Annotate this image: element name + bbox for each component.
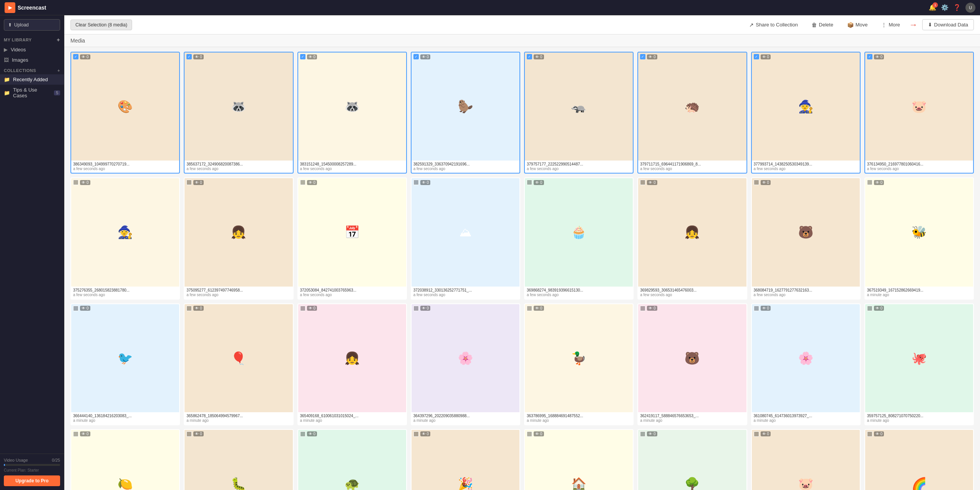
item-checkbox[interactable]	[754, 306, 759, 311]
media-item[interactable]: 👁 0 🎈 365862478_185064994579967... a min…	[184, 303, 293, 425]
topbar: ▶ Screencast 🔔 1 ⚙️ ❓ U	[0, 0, 980, 15]
item-checkbox[interactable]	[754, 180, 759, 185]
item-checkbox[interactable]	[73, 180, 78, 185]
media-item[interactable]: 👁 0 🐙 359757125_808271070750220... a min…	[864, 303, 974, 425]
media-item[interactable]: 👁 0 🧙 375276355_268015823881780... a few…	[70, 177, 180, 299]
item-checkbox[interactable]	[640, 54, 645, 59]
media-item[interactable]: 👁 0 ⛰ 372038912_330136252771751_... a fe…	[411, 177, 520, 299]
media-item[interactable]: 👁 0 🌸 364397296_202209035880988... a min…	[411, 303, 520, 425]
clear-selection-button[interactable]: Clear Selection (8 media)	[70, 20, 132, 30]
item-checkbox[interactable]	[300, 306, 305, 311]
media-item[interactable]: 👁 0 🦫 382591329_336370942191696... a few…	[411, 52, 520, 174]
item-checkbox[interactable]	[867, 54, 872, 59]
item-filename: 375276355_268015823881780...	[73, 288, 177, 292]
item-checkbox[interactable]	[527, 180, 532, 185]
item-view-count: 0	[200, 55, 202, 59]
item-checkbox[interactable]	[413, 306, 419, 311]
item-checkbox[interactable]	[300, 180, 305, 185]
item-checkbox[interactable]	[186, 306, 192, 311]
item-view-count: 0	[314, 55, 316, 59]
media-item[interactable]: 👁 0 🍋 358021909_268676699102835... a min…	[70, 429, 180, 490]
my-library-add-icon[interactable]: +	[57, 37, 60, 43]
item-checkbox[interactable]	[754, 54, 759, 59]
item-checkbox[interactable]	[527, 54, 532, 59]
eye-icon: 👁	[762, 432, 766, 436]
media-item[interactable]: 👁 0 🎉 348269120_103110552121002 6... a m…	[411, 429, 520, 490]
item-checkbox[interactable]	[640, 306, 645, 311]
item-checkbox[interactable]	[867, 180, 872, 185]
eye-icon: 👁	[762, 55, 766, 59]
media-item[interactable]: 👁 0 👧 369829593_306531465476003... a few…	[637, 177, 747, 299]
upgrade-button[interactable]: Upgrade to Pro	[4, 475, 60, 486]
item-meta: 👁 0	[80, 54, 90, 59]
item-checkbox[interactable]	[186, 180, 192, 185]
avatar[interactable]: U	[965, 3, 975, 13]
media-item[interactable]: 👁 0 🌳 347328847_224557273643491... a min…	[637, 429, 747, 490]
item-checkbox[interactable]	[867, 306, 872, 311]
item-checkbox[interactable]	[640, 180, 645, 185]
media-item[interactable]: 👁 0 🐢 352543688_208230115453052... a min…	[297, 429, 407, 490]
upload-button[interactable]: ⬆ Upload	[4, 19, 60, 31]
media-item[interactable]: 👁 0 🐷 346046327_945511596652644... a min…	[751, 429, 861, 490]
media-item[interactable]: 👁 0 🧙 377993714_1438250530349139... a fe…	[751, 52, 861, 174]
media-item[interactable]: 👁 0 🦝 383151248_154500008257289... a few…	[297, 52, 407, 174]
item-checkbox[interactable]	[640, 431, 645, 437]
delete-button[interactable]: 🗑 Delete	[807, 20, 838, 30]
collections-add-icon[interactable]: +	[57, 68, 60, 73]
item-filename: 386349093_104999770270719...	[73, 162, 177, 166]
item-checkbox[interactable]	[300, 54, 305, 59]
item-checkbox[interactable]	[527, 306, 532, 311]
media-item[interactable]: 👁 0 🐻 362419117_588846576653653_... a mi…	[637, 303, 747, 425]
item-checkbox[interactable]	[300, 431, 305, 437]
item-checkbox[interactable]	[73, 306, 78, 311]
media-item[interactable]: 👁 0 🐷 376134950_216977801060416... a few…	[864, 52, 974, 174]
item-overlay: 👁 0	[412, 178, 519, 187]
item-checkbox[interactable]	[754, 431, 759, 437]
notification-icon[interactable]: 🔔 1	[929, 4, 936, 11]
move-label: Move	[856, 22, 868, 28]
media-item[interactable]: 👁 0 🐦 366444140_136184216203083_... a mi…	[70, 303, 180, 425]
sidebar-item-recently-added[interactable]: 📁 Recently Added	[0, 74, 64, 85]
more-icon: ⋮	[881, 22, 887, 28]
item-view-count: 0	[200, 432, 202, 436]
media-item[interactable]: 👁 0 🦡 379757177_222522990514487... a few…	[524, 52, 634, 174]
item-checkbox[interactable]	[73, 431, 78, 437]
media-item[interactable]: 👁 0 🐝 367519349_167152862669419... a min…	[864, 177, 974, 299]
item-info: 375095277_612397497746958... a few secon…	[185, 287, 292, 299]
media-item[interactable]: 👁 0 🎨 386349093_104999770270719... a few…	[70, 52, 180, 174]
item-checkbox[interactable]	[186, 431, 192, 437]
item-checkbox[interactable]	[413, 431, 419, 437]
media-thumbnail: 👁 0 🌸	[412, 304, 519, 412]
sidebar-item-images[interactable]: 🖼 Images	[0, 55, 64, 65]
media-item[interactable]: 👁 0 🐛 357188044_220463099972759... a min…	[184, 429, 293, 490]
item-checkbox[interactable]	[186, 54, 192, 59]
media-item[interactable]: 👁 0 🐻 368084719_1627791277632163... a fe…	[751, 177, 861, 299]
media-item[interactable]: 👁 0 👧 365409168_610061031015024_... a mi…	[297, 303, 407, 425]
media-item[interactable]: 👁 0 🌸 361080745_614736013973927_... a mi…	[751, 303, 861, 425]
item-overlay: 👁 0	[412, 304, 519, 313]
item-checkbox[interactable]	[73, 54, 78, 59]
media-item[interactable]: 👁 0 🌈 345471816_795869058408885... a min…	[864, 429, 974, 490]
media-item[interactable]: 👁 0 📅 372053084_842741003765963... a few…	[297, 177, 407, 299]
item-view-count: 0	[767, 180, 769, 185]
media-item[interactable]: 👁 0 🦔 379711715_696441171906869_8... a f…	[637, 52, 747, 174]
more-button[interactable]: ⋮ More	[877, 20, 905, 30]
download-data-button[interactable]: ⬇ Download Data	[922, 19, 974, 30]
media-item[interactable]: 👁 0 🏠 350466350_670186414920608... a min…	[524, 429, 634, 490]
media-item[interactable]: 👁 0 🦆 363786995_168884691487552... a min…	[524, 303, 634, 425]
media-item[interactable]: 👁 0 👧 375095277_612397497746958... a few…	[184, 177, 293, 299]
media-item[interactable]: 👁 0 🦝 385637172_324906820087386... a few…	[184, 52, 293, 174]
help-icon[interactable]: ❓	[953, 4, 961, 11]
item-checkbox[interactable]	[867, 431, 872, 437]
settings-icon[interactable]: ⚙️	[941, 4, 949, 11]
move-button[interactable]: 📦 Move	[843, 20, 872, 30]
media-item[interactable]: 👁 0 🧁 369868274_983919396615130... a few…	[524, 177, 634, 299]
sidebar-item-videos[interactable]: ▶ Videos	[0, 44, 64, 55]
item-checkbox[interactable]	[413, 180, 419, 185]
item-checkbox[interactable]	[527, 431, 532, 437]
sidebar-item-tips-use-cases[interactable]: 📁 Tips & Use Cases 5	[0, 85, 64, 101]
share-to-collection-button[interactable]: ↗ Share to Collection	[745, 20, 802, 30]
thumb-emoji: 🐦	[71, 304, 179, 412]
app-logo[interactable]: ▶ Screencast	[5, 2, 46, 13]
item-checkbox[interactable]	[413, 54, 419, 59]
